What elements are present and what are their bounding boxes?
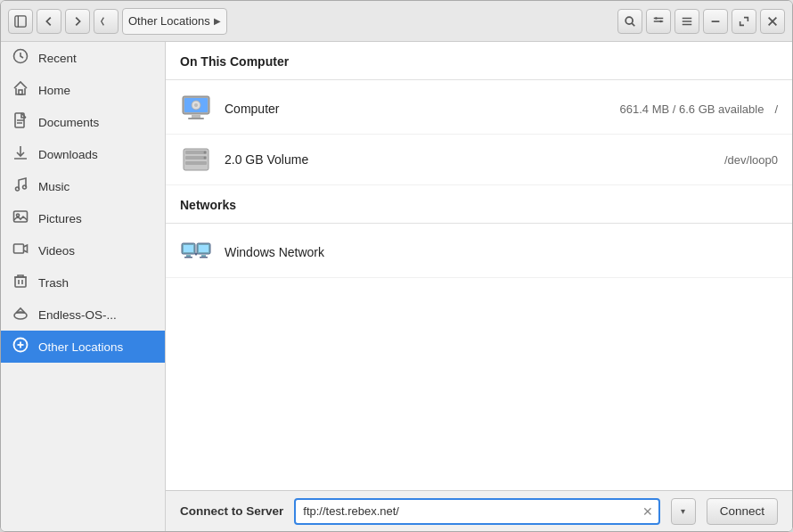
divider-1: [166, 79, 792, 80]
svg-rect-47: [186, 255, 191, 257]
music-icon: [12, 176, 29, 196]
content-scroll: On This Computer: [166, 42, 792, 490]
bottom-bar: Connect to Server ✕ ▾ Connect: [166, 490, 792, 531]
trash-icon: [12, 273, 29, 292]
sidebar-item-endless-os[interactable]: Endless-OS-...: [1, 299, 165, 331]
svg-point-6: [655, 17, 658, 20]
sidebar-item-recent-label: Recent: [38, 52, 77, 65]
sidebar: Recent Home: [1, 42, 166, 531]
computer-name: Computer: [225, 102, 608, 116]
svg-rect-42: [185, 161, 207, 165]
titlebar-right: [617, 9, 785, 34]
sidebar-item-recent[interactable]: Recent: [1, 42, 165, 74]
computer-meta-size: 661.4 MB / 6.6 GB available: [620, 102, 764, 116]
svg-rect-51: [201, 255, 206, 257]
sidebar-item-music[interactable]: Music: [1, 170, 165, 202]
titlebar: Other Locations ▶: [1, 1, 792, 42]
divider-2: [166, 223, 792, 224]
close-button[interactable]: [760, 9, 785, 34]
server-input-wrapper: ✕: [294, 498, 659, 525]
sidebar-item-music-label: Music: [38, 180, 69, 193]
svg-line-3: [632, 23, 634, 26]
connect-button[interactable]: Connect: [707, 498, 778, 525]
svg-rect-50: [199, 245, 208, 252]
clock-icon: [12, 48, 29, 68]
connect-to-server-label: Connect to Server: [180, 504, 283, 518]
windows-network-icon: [180, 236, 212, 268]
minimize-button[interactable]: [703, 9, 728, 34]
sidebar-item-other-locations[interactable]: Other Locations: [1, 331, 165, 363]
sidebar-item-documents-label: Documents: [38, 116, 99, 129]
sidebar-item-videos[interactable]: Videos: [1, 234, 165, 266]
computer-item[interactable]: Computer 661.4 MB / 6.6 GB available /: [166, 84, 792, 135]
recent-servers-dropdown-button[interactable]: ▾: [671, 498, 696, 525]
svg-point-21: [23, 185, 27, 189]
svg-point-38: [194, 103, 198, 107]
plus-circle-icon: [12, 337, 29, 356]
sidebar-item-videos-label: Videos: [38, 244, 75, 258]
svg-point-43: [204, 151, 207, 154]
svg-point-7: [659, 20, 662, 22]
volume-item[interactable]: 2.0 GB Volume /dev/loop0: [166, 135, 792, 185]
sidebar-item-trash[interactable]: Trash: [1, 266, 165, 299]
view-options-button[interactable]: [646, 9, 671, 34]
home-icon: [12, 80, 29, 100]
forward-button[interactable]: [65, 9, 90, 34]
svg-rect-35: [192, 115, 200, 118]
location-label: Other Locations: [128, 14, 210, 28]
sidebar-item-home-label: Home: [38, 84, 70, 97]
videos-icon: [12, 241, 29, 260]
disk-eject-icon: [12, 305, 29, 324]
menu-button[interactable]: [674, 9, 699, 34]
sidebar-item-downloads[interactable]: Downloads: [1, 138, 165, 170]
sidebar-item-pictures-label: Pictures: [38, 212, 82, 225]
svg-rect-0: [15, 15, 26, 26]
computer-meta-path: /: [774, 102, 778, 116]
volume-meta-path: /dev/loop0: [724, 153, 778, 167]
svg-point-20: [16, 187, 20, 191]
sidebar-item-endless-os-label: Endless-OS-...: [38, 308, 117, 322]
sidebar-item-downloads-label: Downloads: [38, 148, 98, 161]
svg-point-2: [625, 17, 633, 24]
titlebar-left: Other Locations ▶: [8, 8, 227, 35]
document-icon: [12, 112, 29, 132]
sidebar-item-other-locations-label: Other Locations: [38, 340, 123, 354]
back-button[interactable]: [37, 9, 61, 34]
computer-icon: [180, 93, 212, 125]
main-area: Recent Home: [1, 42, 792, 531]
volume-name: 2.0 GB Volume: [225, 152, 712, 167]
sidebar-toggle-button[interactable]: [8, 9, 33, 34]
history-button[interactable]: [94, 9, 119, 34]
svg-rect-46: [184, 245, 193, 252]
volume-icon: [180, 143, 212, 176]
svg-rect-22: [14, 211, 28, 222]
server-url-input[interactable]: [294, 498, 659, 525]
svg-rect-15: [19, 90, 22, 94]
sidebar-item-home[interactable]: Home: [1, 74, 165, 106]
svg-rect-36: [188, 118, 204, 119]
file-manager-window: Other Locations ▶: [0, 0, 793, 532]
window-controls: [703, 9, 785, 34]
content-area: On This Computer: [166, 42, 792, 531]
location-bar: Other Locations ▶: [122, 8, 227, 35]
svg-point-54: [195, 253, 198, 256]
search-button[interactable]: [617, 9, 642, 34]
windows-network-name: Windows Network: [225, 245, 778, 259]
sidebar-item-documents[interactable]: Documents: [1, 106, 165, 138]
svg-rect-24: [14, 244, 24, 253]
svg-rect-48: [184, 257, 192, 258]
on-this-computer-header: On This Computer: [166, 42, 792, 76]
maximize-button[interactable]: [732, 9, 756, 34]
location-arrow-icon: ▶: [214, 16, 221, 26]
sidebar-item-pictures[interactable]: Pictures: [1, 202, 165, 234]
svg-rect-25: [15, 277, 26, 287]
svg-point-44: [204, 157, 207, 160]
sidebar-item-trash-label: Trash: [38, 276, 69, 290]
svg-rect-41: [185, 156, 207, 160]
download-icon: [12, 144, 29, 164]
svg-rect-40: [185, 151, 207, 154]
windows-network-item[interactable]: Windows Network: [166, 227, 792, 278]
server-input-clear-icon[interactable]: ✕: [642, 504, 653, 519]
pictures-icon: [12, 209, 29, 228]
svg-rect-52: [200, 257, 208, 258]
